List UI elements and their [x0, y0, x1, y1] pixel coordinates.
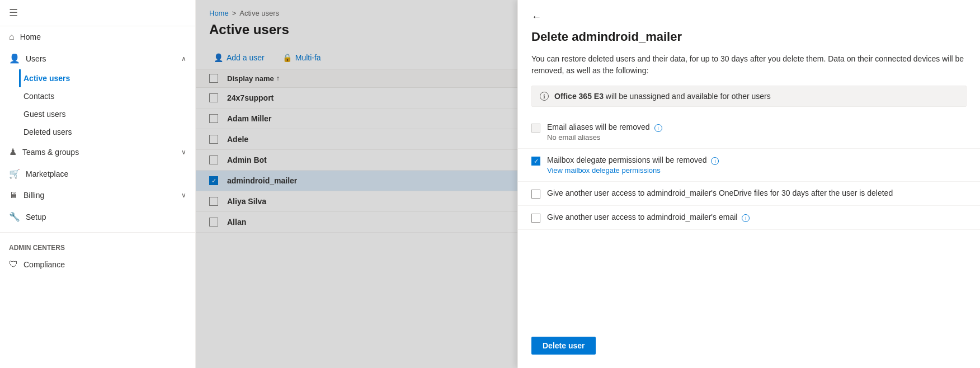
row-checkbox-5[interactable] — [209, 197, 218, 206]
sidebar-item-label-compliance: Compliance — [23, 260, 65, 269]
breadcrumb-home[interactable]: Home — [209, 9, 229, 17]
user-name-0: 24x7support — [227, 93, 274, 102]
billing-icon: 🖥 — [9, 190, 18, 200]
admin-section-label: Admin centers — [0, 237, 195, 254]
main-content: Home > Active users Active users 👤 Add a… — [196, 0, 980, 368]
teams-icon: ♟ — [9, 147, 17, 157]
chevron-down-billing-icon: ∨ — [181, 191, 186, 199]
info-box-rest: will be unassigned and available for oth… — [604, 92, 771, 101]
chevron-down-teams-icon: ∨ — [181, 148, 186, 156]
option-mailbox-delegate: Mailbox delegate permissions will be rem… — [518, 149, 980, 182]
user-name-5: Aliya Silva — [227, 197, 266, 206]
sidebar-item-label-setup: Setup — [26, 213, 46, 221]
user-name-6: Allan — [227, 218, 246, 227]
hamburger-icon[interactable]: ☰ — [9, 7, 18, 19]
row-checkbox-6[interactable] — [209, 218, 218, 227]
sidebar-item-users[interactable]: 👤 Users ∧ — [0, 48, 195, 69]
option-email-aliases: Email aliases will be removed i No email… — [518, 116, 980, 149]
users-sub-nav: Active users Contacts Guest users Delete… — [0, 69, 195, 141]
row-checkbox-1[interactable] — [209, 114, 218, 123]
add-user-icon: 👤 — [214, 53, 223, 62]
sidebar-item-teams[interactable]: ♟ Teams & groups ∨ — [0, 141, 195, 163]
marketplace-icon: 🛒 — [9, 168, 20, 179]
email-aliases-label: Email aliases will be removed i — [547, 122, 967, 132]
sidebar-header: ☰ — [0, 0, 195, 26]
mailbox-delegate-label: Mailbox delegate permissions will be rem… — [547, 155, 967, 165]
delete-user-button[interactable]: Delete user — [531, 337, 596, 355]
sidebar-item-marketplace[interactable]: 🛒 Marketplace — [0, 163, 195, 185]
onedrive-label: Give another user access to admindroid_m… — [547, 188, 893, 197]
sidebar-item-active-users[interactable]: Active users — [19, 69, 195, 87]
email-aliases-checkbox[interactable] — [531, 124, 540, 133]
row-checkbox-2[interactable] — [209, 135, 218, 144]
info-box: ℹ Office 365 E3 will be unassigned and a… — [531, 86, 967, 107]
sidebar-item-billing[interactable]: 🖥 Billing ∨ — [0, 185, 195, 206]
display-name-header: Display name — [227, 74, 274, 83]
lock-icon: 🔒 — [282, 53, 292, 62]
info-box-text: Office 365 E3 will be unassigned and ava… — [554, 92, 771, 101]
back-button[interactable]: ← — [531, 9, 546, 25]
user-name-4: admindroid_mailer — [227, 176, 297, 185]
mailbox-delegate-link[interactable]: View mailbox delegate permissions — [547, 166, 967, 174]
sidebar-item-compliance[interactable]: 🛡 Compliance — [0, 254, 195, 275]
breadcrumb-current: Active users — [239, 9, 279, 17]
panel-footer: Delete user — [518, 323, 980, 368]
sidebar-item-contacts[interactable]: Contacts — [23, 87, 195, 105]
option-onedrive: Give another user access to admindroid_m… — [518, 182, 980, 206]
breadcrumb-separator: > — [232, 9, 237, 17]
compliance-icon: 🛡 — [9, 260, 18, 270]
email-access-label: Give another user access to admindroid_m… — [547, 213, 737, 221]
nav-divider — [0, 232, 195, 233]
email-aliases-sub: No email aliases — [547, 133, 967, 141]
select-all-checkbox[interactable] — [209, 74, 218, 83]
user-name-2: Adele — [227, 135, 248, 144]
sidebar-item-guest-users[interactable]: Guest users — [23, 105, 195, 123]
chevron-up-icon: ∧ — [181, 55, 186, 63]
add-user-button[interactable]: 👤 Add a user — [209, 51, 269, 64]
email-aliases-info-icon[interactable]: i — [654, 124, 662, 132]
sort-icon[interactable]: ↑ — [276, 74, 280, 82]
sidebar-item-label-teams: Teams & groups — [22, 148, 79, 157]
sidebar: ☰ ⌂ Home 👤 Users ∧ Active users Contacts… — [0, 0, 196, 368]
row-checkbox-4[interactable] — [209, 176, 218, 185]
office-license-name: Office 365 E3 — [554, 92, 604, 101]
panel-title: Delete admindroid_mailer — [518, 25, 980, 53]
row-checkbox-3[interactable] — [209, 155, 218, 164]
sidebar-item-deleted-users[interactable]: Deleted users — [23, 123, 195, 141]
add-user-label: Add a user — [227, 53, 265, 62]
sidebar-item-label-billing: Billing — [23, 191, 44, 200]
multi-factor-label: Multi-fa — [295, 53, 321, 62]
user-name-3: Admin Bot — [227, 155, 267, 164]
option-email-access: Give another user access to admindroid_m… — [518, 206, 980, 230]
sidebar-item-setup[interactable]: 🔧 Setup — [0, 206, 195, 228]
email-access-info-icon[interactable]: i — [742, 214, 750, 222]
delete-panel: ← Delete admindroid_mailer You can resto… — [517, 0, 980, 368]
sidebar-item-label-users: Users — [26, 54, 46, 63]
sidebar-item-label-home: Home — [20, 32, 41, 41]
multi-factor-button[interactable]: 🔒 Multi-fa — [278, 51, 326, 64]
mailbox-delegate-checkbox[interactable] — [531, 157, 540, 166]
users-icon: 👤 — [9, 53, 20, 64]
row-checkbox-0[interactable] — [209, 93, 218, 102]
sidebar-item-label-marketplace: Marketplace — [26, 169, 68, 178]
panel-header: ← — [518, 0, 980, 25]
home-icon: ⌂ — [9, 32, 15, 42]
user-name-1: Adam Miller — [227, 114, 271, 123]
panel-description: You can restore deleted users and their … — [518, 53, 980, 86]
onedrive-checkbox[interactable] — [531, 190, 540, 199]
mailbox-delegate-info-icon[interactable]: i — [711, 157, 719, 165]
info-circle-icon: ℹ — [540, 92, 549, 101]
sidebar-item-home[interactable]: ⌂ Home — [0, 26, 195, 48]
setup-icon: 🔧 — [9, 211, 20, 222]
email-access-checkbox[interactable] — [531, 214, 540, 223]
